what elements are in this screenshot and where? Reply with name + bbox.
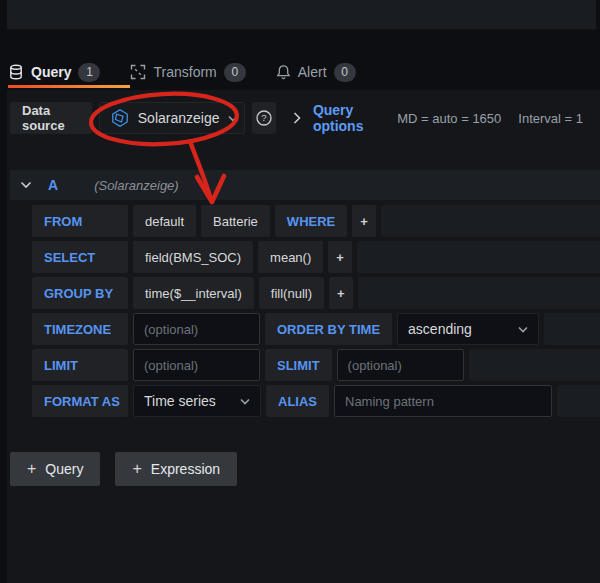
tab-transform[interactable]: Transform 0 <box>130 55 245 89</box>
add-expression-label: Expression <box>151 461 220 477</box>
slimit-input[interactable] <box>337 349 464 381</box>
active-tab-underline <box>8 85 130 88</box>
transform-icon <box>130 64 146 80</box>
interval-summary: Interval = 1 <box>518 111 583 126</box>
slimit-label: SLIMIT <box>265 349 332 381</box>
tab-alert[interactable]: Alert 0 <box>276 55 356 89</box>
query-options-toggle[interactable]: Query options <box>313 102 380 134</box>
from-label: FROM <box>32 205 128 237</box>
format-as-row: FORMAT AS Time series ALIAS <box>32 385 600 417</box>
chevron-down-icon <box>228 115 238 122</box>
add-expression-button[interactable]: + Expression <box>115 452 237 486</box>
add-select-button[interactable]: + <box>328 241 352 273</box>
editor-footer: + Query + Expression <box>10 452 237 486</box>
select-label: SELECT <box>32 241 128 273</box>
tab-alert-count: 0 <box>334 63 356 82</box>
timezone-input[interactable] <box>133 313 260 345</box>
query-row-header[interactable]: A (Solaranzeige) <box>10 170 600 200</box>
where-label: WHERE <box>275 205 347 237</box>
alias-label: ALIAS <box>266 385 329 417</box>
timezone-row-filler <box>544 313 600 345</box>
panel-edit-screen: Query 1 Transform 0 Alert 0 <box>0 0 600 583</box>
datasource-picker[interactable]: Solaranzeige <box>99 102 245 134</box>
max-datapoints-summary: MD = auto = 1650 <box>397 111 501 126</box>
datasource-label-box: Data source <box>10 102 92 134</box>
add-query-label: Query <box>45 461 83 477</box>
tab-query-label: Query <box>31 64 71 80</box>
plus-icon: + <box>27 460 36 478</box>
timezone-label: TIMEZONE <box>32 313 128 345</box>
datasource-help-button[interactable]: ? <box>252 102 276 134</box>
timezone-row: TIMEZONE ORDER BY TIME ascending <box>32 313 600 345</box>
add-group-by-button[interactable]: + <box>329 277 353 309</box>
influx-query-builder: FROM default Batterie WHERE + SELECT fie… <box>32 205 600 417</box>
group-by-label: GROUP BY <box>32 277 128 309</box>
datasource-label: Data source <box>22 103 73 133</box>
plus-icon: + <box>132 460 141 478</box>
limit-input[interactable] <box>133 349 260 381</box>
format-as-value: Time series <box>144 393 216 409</box>
measurement-segment[interactable]: Batterie <box>201 205 270 237</box>
datasource-value: Solaranzeige <box>138 110 220 126</box>
order-by-time-label: ORDER BY TIME <box>265 313 392 345</box>
limit-label: LIMIT <box>32 349 128 381</box>
format-row-filler <box>557 385 600 417</box>
add-where-button[interactable]: + <box>352 205 376 237</box>
query-refid: A <box>48 177 58 193</box>
limit-row: LIMIT SLIMIT <box>32 349 600 381</box>
limit-row-filler <box>469 349 600 381</box>
from-row: FROM default Batterie WHERE + <box>32 205 600 237</box>
from-row-filler <box>381 205 600 237</box>
chevron-right-icon[interactable] <box>293 112 301 124</box>
query-datasource-hint: (Solaranzeige) <box>94 178 179 193</box>
bell-icon <box>276 64 291 80</box>
aggregation-segment[interactable]: mean() <box>258 241 323 273</box>
datasource-toolbar: Data source Solaranzeige ? <box>10 102 600 134</box>
tab-query[interactable]: Query 1 <box>8 55 100 89</box>
fill-segment[interactable]: fill(null) <box>259 277 324 309</box>
database-icon <box>8 64 24 80</box>
group-by-time-segment[interactable]: time($__interval) <box>133 277 254 309</box>
tab-alert-label: Alert <box>298 64 327 80</box>
chevron-down-icon <box>240 398 250 405</box>
format-as-label: FORMAT AS <box>32 385 128 417</box>
add-query-button[interactable]: + Query <box>10 452 100 486</box>
select-row-filler <box>357 241 600 273</box>
editor-tabbar: Query 1 Transform 0 Alert 0 <box>0 55 600 89</box>
query-editor-pane: Data source Solaranzeige ? <box>7 90 600 583</box>
influxdb-icon <box>110 108 130 128</box>
group-by-row-filler <box>358 277 600 309</box>
tab-transform-label: Transform <box>153 64 216 80</box>
select-row: SELECT field(BMS_SOC) mean() + <box>32 241 600 273</box>
panel-preview-edge <box>7 0 596 30</box>
query-options-summary: MD = auto = 1650Interval = 1 <box>397 111 600 126</box>
order-by-time-value: ascending <box>408 321 472 337</box>
retention-policy-segment[interactable]: default <box>133 205 196 237</box>
tab-transform-count: 0 <box>224 63 246 82</box>
group-by-row: GROUP BY time($__interval) fill(null) + <box>32 277 600 309</box>
field-segment[interactable]: field(BMS_SOC) <box>133 241 253 273</box>
tab-query-count: 1 <box>78 63 100 82</box>
chevron-down-icon <box>518 326 528 333</box>
collapse-chevron-icon[interactable] <box>20 181 32 189</box>
format-as-select[interactable]: Time series <box>133 385 261 417</box>
question-glyph: ? <box>261 112 266 123</box>
order-by-time-select[interactable]: ascending <box>397 313 539 345</box>
alias-input[interactable] <box>334 385 552 417</box>
